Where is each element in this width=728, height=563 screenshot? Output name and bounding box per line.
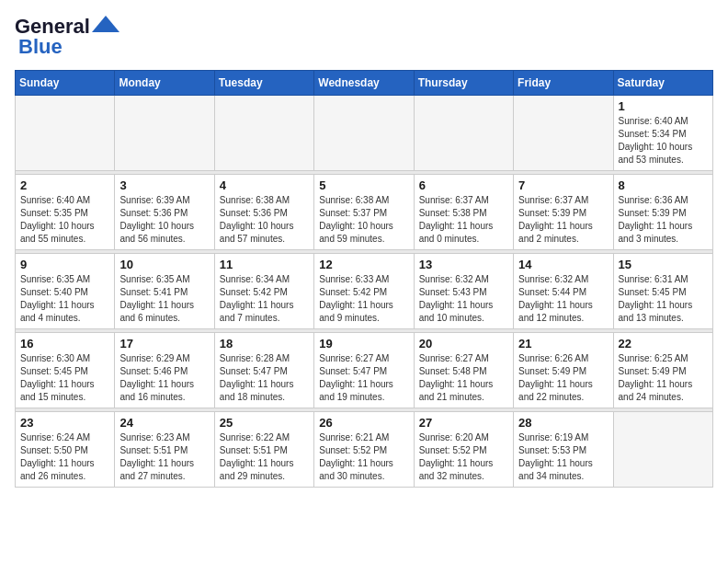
day-number: 9: [20, 258, 109, 271]
day-info: Sunrise: 6:40 AM Sunset: 5:35 PM Dayligh…: [20, 194, 109, 246]
weekday-header-thursday: Thursday: [414, 71, 513, 96]
day-info: Sunrise: 6:35 AM Sunset: 5:41 PM Dayligh…: [119, 273, 209, 325]
day-info: Sunrise: 6:25 AM Sunset: 5:49 PM Dayligh…: [619, 352, 708, 404]
calendar-cell: [514, 96, 613, 171]
day-info: Sunrise: 6:33 AM Sunset: 5:42 PM Dayligh…: [319, 273, 408, 325]
day-number: 2: [20, 178, 109, 192]
calendar-cell: 26Sunrise: 6:21 AM Sunset: 5:52 PM Dayli…: [314, 412, 414, 488]
calendar-cell: 18Sunrise: 6:28 AM Sunset: 5:47 PM Dayli…: [214, 333, 313, 408]
calendar: SundayMondayTuesdayWednesdayThursdayFrid…: [15, 70, 713, 488]
calendar-cell: 21Sunrise: 6:26 AM Sunset: 5:49 PM Dayli…: [514, 333, 613, 408]
day-number: 1: [619, 99, 708, 113]
calendar-cell: 25Sunrise: 6:22 AM Sunset: 5:51 PM Dayli…: [214, 412, 313, 488]
day-info: Sunrise: 6:32 AM Sunset: 5:44 PM Dayligh…: [518, 273, 608, 325]
day-info: Sunrise: 6:27 AM Sunset: 5:48 PM Dayligh…: [419, 352, 508, 404]
calendar-cell: [214, 96, 313, 171]
calendar-cell: 17Sunrise: 6:29 AM Sunset: 5:46 PM Dayli…: [115, 333, 214, 408]
calendar-cell: 10Sunrise: 6:35 AM Sunset: 5:41 PM Dayli…: [115, 254, 214, 329]
weekday-header-sunday: Sunday: [16, 71, 115, 96]
day-info: Sunrise: 6:32 AM Sunset: 5:43 PM Dayligh…: [419, 273, 508, 325]
calendar-cell: 15Sunrise: 6:31 AM Sunset: 5:45 PM Dayli…: [613, 254, 712, 329]
day-number: 7: [518, 178, 608, 192]
calendar-cell: [613, 412, 712, 488]
calendar-cell: [314, 96, 414, 171]
weekday-header-monday: Monday: [115, 71, 214, 96]
weekday-header-tuesday: Tuesday: [214, 71, 313, 96]
calendar-cell: 20Sunrise: 6:27 AM Sunset: 5:48 PM Dayli…: [414, 333, 513, 408]
day-info: Sunrise: 6:40 AM Sunset: 5:34 PM Dayligh…: [619, 115, 708, 167]
day-number: 19: [319, 337, 408, 350]
day-info: Sunrise: 6:27 AM Sunset: 5:47 PM Dayligh…: [319, 352, 408, 404]
day-info: Sunrise: 6:19 AM Sunset: 5:53 PM Dayligh…: [518, 431, 608, 483]
calendar-body: 1Sunrise: 6:40 AM Sunset: 5:34 PM Daylig…: [16, 96, 713, 488]
calendar-cell: 8Sunrise: 6:36 AM Sunset: 5:39 PM Daylig…: [613, 175, 712, 250]
day-number: 11: [220, 258, 309, 271]
day-info: Sunrise: 6:21 AM Sunset: 5:52 PM Dayligh…: [319, 431, 408, 483]
day-number: 26: [319, 416, 408, 430]
day-info: Sunrise: 6:35 AM Sunset: 5:40 PM Dayligh…: [20, 273, 109, 325]
calendar-cell: 13Sunrise: 6:32 AM Sunset: 5:43 PM Dayli…: [414, 254, 513, 329]
day-info: Sunrise: 6:29 AM Sunset: 5:46 PM Dayligh…: [119, 352, 209, 404]
day-info: Sunrise: 6:38 AM Sunset: 5:36 PM Dayligh…: [220, 194, 309, 246]
day-info: Sunrise: 6:28 AM Sunset: 5:47 PM Dayligh…: [220, 352, 309, 404]
day-number: 18: [220, 337, 309, 350]
day-number: 24: [119, 416, 209, 430]
day-info: Sunrise: 6:38 AM Sunset: 5:37 PM Dayligh…: [319, 194, 408, 246]
calendar-cell: 14Sunrise: 6:32 AM Sunset: 5:44 PM Dayli…: [514, 254, 613, 329]
day-number: 6: [419, 178, 508, 192]
calendar-cell: 2Sunrise: 6:40 AM Sunset: 5:35 PM Daylig…: [16, 175, 115, 250]
day-info: Sunrise: 6:20 AM Sunset: 5:52 PM Dayligh…: [419, 431, 508, 483]
day-info: Sunrise: 6:34 AM Sunset: 5:42 PM Dayligh…: [220, 273, 309, 325]
day-number: 27: [419, 416, 508, 430]
calendar-cell: 6Sunrise: 6:37 AM Sunset: 5:38 PM Daylig…: [414, 175, 513, 250]
day-number: 3: [119, 178, 209, 192]
calendar-cell: 16Sunrise: 6:30 AM Sunset: 5:45 PM Dayli…: [16, 333, 115, 408]
weekday-header-friday: Friday: [514, 71, 613, 96]
day-number: 8: [619, 178, 708, 192]
day-info: Sunrise: 6:23 AM Sunset: 5:51 PM Dayligh…: [119, 431, 209, 483]
day-number: 12: [319, 258, 408, 271]
day-number: 28: [518, 416, 608, 430]
day-info: Sunrise: 6:26 AM Sunset: 5:49 PM Dayligh…: [518, 352, 608, 404]
day-info: Sunrise: 6:36 AM Sunset: 5:39 PM Dayligh…: [619, 194, 708, 246]
calendar-cell: 27Sunrise: 6:20 AM Sunset: 5:52 PM Dayli…: [414, 412, 513, 488]
logo-blue: Blue: [18, 35, 63, 59]
day-number: 21: [518, 337, 608, 350]
day-number: 15: [619, 258, 708, 271]
weekday-header-saturday: Saturday: [613, 71, 712, 96]
calendar-cell: 5Sunrise: 6:38 AM Sunset: 5:37 PM Daylig…: [314, 175, 414, 250]
calendar-cell: 9Sunrise: 6:35 AM Sunset: 5:40 PM Daylig…: [16, 254, 115, 329]
calendar-week-4: 16Sunrise: 6:30 AM Sunset: 5:45 PM Dayli…: [16, 333, 713, 408]
day-info: Sunrise: 6:31 AM Sunset: 5:45 PM Dayligh…: [619, 273, 708, 325]
logo-icon: [92, 16, 119, 32]
svg-marker-0: [92, 16, 119, 32]
calendar-cell: 28Sunrise: 6:19 AM Sunset: 5:53 PM Dayli…: [514, 412, 613, 488]
day-number: 20: [419, 337, 508, 350]
page-header: General Blue: [15, 15, 713, 59]
day-info: Sunrise: 6:30 AM Sunset: 5:45 PM Dayligh…: [20, 352, 109, 404]
calendar-cell: 12Sunrise: 6:33 AM Sunset: 5:42 PM Dayli…: [314, 254, 414, 329]
day-number: 16: [20, 337, 109, 350]
calendar-cell: 11Sunrise: 6:34 AM Sunset: 5:42 PM Dayli…: [214, 254, 313, 329]
calendar-cell: 7Sunrise: 6:37 AM Sunset: 5:39 PM Daylig…: [514, 175, 613, 250]
calendar-header-row: SundayMondayTuesdayWednesdayThursdayFrid…: [16, 71, 713, 96]
day-number: 5: [319, 178, 408, 192]
day-number: 22: [619, 337, 708, 350]
calendar-week-2: 2Sunrise: 6:40 AM Sunset: 5:35 PM Daylig…: [16, 175, 713, 250]
day-number: 17: [119, 337, 209, 350]
day-number: 25: [220, 416, 309, 430]
calendar-cell: [16, 96, 115, 171]
day-info: Sunrise: 6:24 AM Sunset: 5:50 PM Dayligh…: [20, 431, 109, 483]
calendar-cell: 4Sunrise: 6:38 AM Sunset: 5:36 PM Daylig…: [214, 175, 313, 250]
day-number: 13: [419, 258, 508, 271]
calendar-cell: 19Sunrise: 6:27 AM Sunset: 5:47 PM Dayli…: [314, 333, 414, 408]
day-info: Sunrise: 6:37 AM Sunset: 5:38 PM Dayligh…: [419, 194, 508, 246]
day-number: 4: [220, 178, 309, 192]
calendar-cell: 22Sunrise: 6:25 AM Sunset: 5:49 PM Dayli…: [613, 333, 712, 408]
day-number: 23: [20, 416, 109, 430]
calendar-cell: 3Sunrise: 6:39 AM Sunset: 5:36 PM Daylig…: [115, 175, 214, 250]
day-info: Sunrise: 6:22 AM Sunset: 5:51 PM Dayligh…: [220, 431, 309, 483]
day-number: 10: [119, 258, 209, 271]
day-info: Sunrise: 6:39 AM Sunset: 5:36 PM Dayligh…: [119, 194, 209, 246]
day-number: 14: [518, 258, 608, 271]
